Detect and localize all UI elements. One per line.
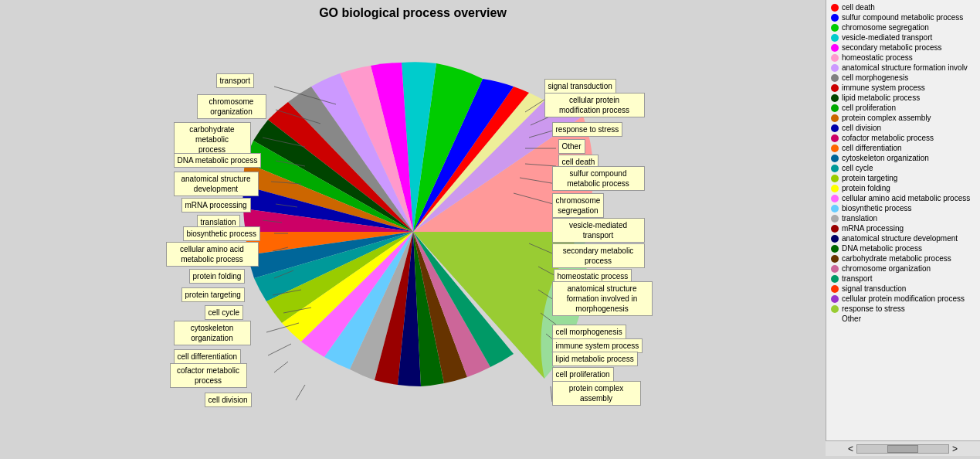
label-dna: DNA metabolic process (174, 153, 262, 168)
legend-label: sulfur compound metabolic process (842, 13, 963, 22)
legend-item[interactable]: chromosome organization (831, 264, 975, 273)
legend-item[interactable]: secondary metabolic process (831, 43, 975, 52)
legend-label: chromosome segregation (842, 23, 929, 32)
legend-label: protein complex assembly (842, 114, 931, 122)
pie-wrapper: transport chromosomeorganization carbohy… (97, 23, 730, 433)
legend-color-dot (831, 225, 839, 233)
legend-label: response to stress (842, 304, 905, 313)
legend-item[interactable]: cell morphogenesis (831, 73, 975, 82)
label-response-stress: response to stress (552, 122, 623, 137)
legend-label: biosynthetic process (842, 204, 912, 212)
label-transport: transport (216, 73, 254, 88)
scrollbar-area: < > (826, 440, 980, 456)
legend-label: Other (842, 314, 861, 323)
legend-color-dot (831, 265, 839, 273)
legend-color-dot (831, 285, 839, 293)
legend-color-dot (831, 14, 839, 22)
legend-color-dot (831, 195, 839, 202)
legend-label: cofactor metabolic process (842, 134, 934, 142)
scrollbar-thumb[interactable] (887, 445, 918, 453)
legend-item[interactable]: cellular protein modification process (831, 294, 975, 303)
legend-item[interactable]: carbohydrate metabolic process (831, 254, 975, 263)
legend-color-dot (831, 44, 839, 52)
legend-item[interactable]: translation (831, 214, 975, 223)
legend-item[interactable]: signal transduction (831, 284, 975, 293)
legend-item[interactable]: cell death (831, 3, 975, 12)
legend-item[interactable]: Other (831, 314, 975, 323)
label-cytoskeleton: cytoskeletonorganization (174, 321, 251, 345)
label-secondary: secondary metabolicprocess (552, 243, 645, 268)
legend-item[interactable]: anatomical structure development (831, 234, 975, 243)
legend-item[interactable]: cellular amino acid metabolic process (831, 194, 975, 202)
legend-color-dot (831, 4, 839, 12)
label-cell-diff: cell differentiation (174, 349, 242, 364)
legend-label: cell differentiation (842, 144, 902, 152)
legend-color-dot (831, 185, 839, 192)
legend-item[interactable]: protein targeting (831, 174, 975, 182)
label-sulfur: sulfur compoundmetabolic process (552, 166, 645, 191)
legend-item[interactable]: cell proliferation (831, 104, 975, 112)
legend-label: protein targeting (842, 174, 897, 182)
label-mrna: mRNA processing (181, 198, 251, 212)
legend-item[interactable]: biosynthetic process (831, 204, 975, 212)
legend-item[interactable]: cytoskeleton organization (831, 154, 975, 162)
legend-label: DNA metabolic process (842, 244, 922, 253)
legend-label: cytoskeleton organization (842, 154, 929, 162)
legend[interactable]: cell deathsulfur compound metabolic proc… (826, 0, 980, 440)
main-container: GO biological process overview (0, 0, 980, 459)
label-cell-prolif: cell proliferation (552, 367, 614, 382)
label-lipid: lipid metabolic process (552, 352, 638, 366)
legend-item[interactable]: homeostatic process (831, 53, 975, 62)
legend-color-dot (831, 54, 839, 62)
label-cell-morph: cell morphogenesis (552, 325, 626, 339)
label-biosynthetic: biosynthetic process (183, 226, 261, 241)
svg-line-13 (268, 344, 291, 355)
legend-color-dot (831, 124, 839, 132)
legend-color-dot (831, 84, 839, 92)
scroll-right-arrow[interactable]: > (952, 444, 958, 454)
legend-item[interactable]: protein folding (831, 184, 975, 192)
label-other: Other (558, 139, 585, 154)
legend-color-dot (831, 24, 839, 32)
legend-item[interactable]: immune system process (831, 83, 975, 92)
legend-item[interactable]: lipid metabolic process (831, 94, 975, 102)
legend-color-dot (831, 155, 839, 162)
legend-label: homeostatic process (842, 53, 913, 62)
label-chrom-seg: chromosomesegregation (552, 193, 605, 218)
legend-label: transport (842, 274, 872, 283)
label-amino-acid: cellular amino acidmetabolic process (166, 242, 259, 267)
legend-item[interactable]: cofactor metabolic process (831, 134, 975, 142)
legend-color-dot (831, 275, 839, 283)
label-cell-cycle: cell cycle (205, 305, 244, 320)
legend-label: signal transduction (842, 284, 906, 293)
legend-label: cellular protein modification process (842, 294, 965, 303)
legend-item[interactable]: cell division (831, 124, 975, 132)
legend-item[interactable]: transport (831, 274, 975, 283)
legend-color-dot (831, 205, 839, 212)
label-chromosome-org: chromosomeorganization (197, 94, 266, 119)
label-cell-division: cell division (205, 393, 252, 407)
legend-item[interactable]: cell cycle (831, 164, 975, 172)
legend-color-dot (831, 305, 839, 313)
legend-label: anatomical structure development (842, 234, 958, 243)
label-protein-targeting: protein targeting (181, 287, 245, 302)
legend-label: cell morphogenesis (842, 73, 908, 82)
scroll-left-arrow[interactable]: < (848, 444, 853, 454)
legend-item[interactable]: protein complex assembly (831, 114, 975, 122)
legend-item[interactable]: DNA metabolic process (831, 244, 975, 253)
legend-item[interactable]: vesicle-mediated transport (831, 33, 975, 42)
label-anatomical-dev: anatomical structuredevelopment (174, 172, 259, 196)
legend-item[interactable]: anatomical structure formation involv (831, 63, 975, 72)
chart-area: GO biological process overview (0, 0, 826, 459)
label-protein-complex: protein complexassembly (552, 381, 641, 406)
legend-item[interactable]: cell differentiation (831, 144, 975, 152)
legend-item[interactable]: chromosome segregation (831, 23, 975, 32)
legend-item[interactable]: sulfur compound metabolic process (831, 13, 975, 22)
legend-color-dot (831, 94, 839, 102)
legend-item[interactable]: response to stress (831, 304, 975, 313)
scrollbar-track[interactable] (856, 444, 949, 454)
legend-label: lipid metabolic process (842, 94, 920, 102)
legend-label: cell proliferation (842, 104, 896, 112)
legend-item[interactable]: mRNA processing (831, 224, 975, 233)
legend-label: cellular amino acid metabolic process (842, 194, 970, 202)
